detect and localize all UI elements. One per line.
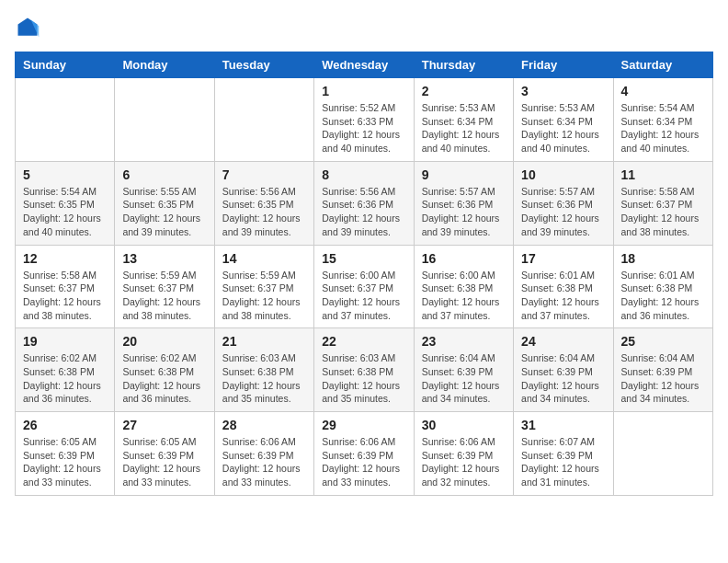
calendar-cell: 2Sunrise: 5:53 AM Sunset: 6:34 PM Daylig… — [414, 78, 513, 162]
calendar-cell: 5Sunrise: 5:54 AM Sunset: 6:35 PM Daylig… — [16, 161, 115, 245]
calendar-cell: 15Sunrise: 6:00 AM Sunset: 6:37 PM Dayli… — [314, 245, 414, 328]
day-number: 26 — [23, 418, 107, 432]
weekday-header-friday: Friday — [514, 52, 613, 78]
day-number: 12 — [23, 251, 107, 266]
day-number: 14 — [222, 251, 306, 266]
weekday-header-sunday: Sunday — [16, 52, 115, 78]
day-number: 29 — [322, 418, 405, 432]
day-number: 3 — [521, 84, 605, 98]
day-number: 20 — [122, 334, 206, 349]
day-info: Sunrise: 5:57 AM Sunset: 6:36 PM Dayligh… — [521, 185, 605, 239]
day-info: Sunrise: 5:53 AM Sunset: 6:34 PM Dayligh… — [521, 101, 605, 155]
day-info: Sunrise: 6:06 AM Sunset: 6:39 PM Dayligh… — [422, 435, 506, 489]
day-number: 2 — [422, 84, 506, 98]
calendar-cell: 6Sunrise: 5:55 AM Sunset: 6:35 PM Daylig… — [115, 161, 214, 245]
weekday-header-tuesday: Tuesday — [214, 52, 313, 78]
day-number: 15 — [322, 251, 405, 266]
day-number: 27 — [122, 418, 206, 432]
day-number: 7 — [222, 167, 306, 182]
calendar-cell: 8Sunrise: 5:56 AM Sunset: 6:36 PM Daylig… — [314, 161, 414, 245]
day-number: 30 — [422, 418, 506, 432]
calendar-cell: 17Sunrise: 6:01 AM Sunset: 6:38 PM Dayli… — [514, 245, 613, 328]
calendar-cell: 24Sunrise: 6:04 AM Sunset: 6:39 PM Dayli… — [514, 328, 613, 412]
day-number: 23 — [422, 334, 506, 349]
weekday-header-wednesday: Wednesday — [314, 52, 414, 78]
day-info: Sunrise: 6:01 AM Sunset: 6:38 PM Dayligh… — [621, 269, 705, 323]
calendar-cell: 1Sunrise: 5:52 AM Sunset: 6:33 PM Daylig… — [314, 78, 414, 162]
day-number: 13 — [122, 251, 206, 266]
day-number: 18 — [621, 251, 705, 266]
day-info: Sunrise: 5:55 AM Sunset: 6:35 PM Dayligh… — [122, 185, 206, 239]
day-info: Sunrise: 5:56 AM Sunset: 6:35 PM Dayligh… — [222, 185, 306, 239]
day-info: Sunrise: 5:53 AM Sunset: 6:34 PM Dayligh… — [422, 101, 506, 155]
weekday-header-thursday: Thursday — [414, 52, 513, 78]
day-info: Sunrise: 6:06 AM Sunset: 6:39 PM Dayligh… — [222, 435, 306, 489]
calendar-cell — [613, 412, 712, 496]
day-info: Sunrise: 6:04 AM Sunset: 6:39 PM Dayligh… — [422, 351, 506, 406]
day-number: 9 — [422, 167, 506, 182]
day-number: 10 — [521, 167, 605, 182]
day-info: Sunrise: 5:58 AM Sunset: 6:37 PM Dayligh… — [23, 269, 107, 323]
day-info: Sunrise: 5:54 AM Sunset: 6:35 PM Dayligh… — [23, 185, 107, 239]
calendar-cell: 14Sunrise: 5:59 AM Sunset: 6:37 PM Dayli… — [214, 245, 313, 328]
calendar-cell: 9Sunrise: 5:57 AM Sunset: 6:36 PM Daylig… — [414, 161, 513, 245]
calendar-week-row: 5Sunrise: 5:54 AM Sunset: 6:35 PM Daylig… — [16, 161, 713, 245]
day-info: Sunrise: 6:03 AM Sunset: 6:38 PM Dayligh… — [222, 351, 306, 406]
day-number: 8 — [322, 167, 405, 182]
day-info: Sunrise: 6:05 AM Sunset: 6:39 PM Dayligh… — [23, 435, 107, 489]
calendar-cell: 23Sunrise: 6:04 AM Sunset: 6:39 PM Dayli… — [414, 328, 513, 412]
day-info: Sunrise: 6:04 AM Sunset: 6:39 PM Dayligh… — [621, 351, 705, 406]
day-info: Sunrise: 6:07 AM Sunset: 6:39 PM Dayligh… — [521, 435, 605, 489]
weekday-header-saturday: Saturday — [613, 52, 712, 78]
day-number: 22 — [322, 334, 405, 349]
day-info: Sunrise: 6:01 AM Sunset: 6:38 PM Dayligh… — [521, 269, 605, 323]
calendar-cell: 27Sunrise: 6:05 AM Sunset: 6:39 PM Dayli… — [115, 412, 214, 496]
logo — [15, 15, 44, 40]
day-info: Sunrise: 6:05 AM Sunset: 6:39 PM Dayligh… — [122, 435, 206, 489]
day-number: 6 — [122, 167, 206, 182]
calendar-week-row: 26Sunrise: 6:05 AM Sunset: 6:39 PM Dayli… — [16, 412, 713, 496]
day-number: 24 — [521, 334, 605, 349]
calendar-cell — [115, 78, 214, 162]
calendar-cell: 19Sunrise: 6:02 AM Sunset: 6:38 PM Dayli… — [16, 328, 115, 412]
calendar-cell: 18Sunrise: 6:01 AM Sunset: 6:38 PM Dayli… — [613, 245, 712, 328]
calendar-cell: 26Sunrise: 6:05 AM Sunset: 6:39 PM Dayli… — [16, 412, 115, 496]
day-number: 11 — [621, 167, 705, 182]
calendar-cell: 4Sunrise: 5:54 AM Sunset: 6:34 PM Daylig… — [613, 78, 712, 162]
calendar-cell: 20Sunrise: 6:02 AM Sunset: 6:38 PM Dayli… — [115, 328, 214, 412]
calendar-week-row: 12Sunrise: 5:58 AM Sunset: 6:37 PM Dayli… — [16, 245, 713, 328]
weekday-header-monday: Monday — [115, 52, 214, 78]
calendar-week-row: 1Sunrise: 5:52 AM Sunset: 6:33 PM Daylig… — [16, 78, 713, 162]
calendar-cell: 16Sunrise: 6:00 AM Sunset: 6:38 PM Dayli… — [414, 245, 513, 328]
day-info: Sunrise: 5:54 AM Sunset: 6:34 PM Dayligh… — [621, 101, 705, 155]
day-info: Sunrise: 5:59 AM Sunset: 6:37 PM Dayligh… — [122, 269, 206, 323]
calendar-cell: 13Sunrise: 5:59 AM Sunset: 6:37 PM Dayli… — [115, 245, 214, 328]
calendar-cell: 12Sunrise: 5:58 AM Sunset: 6:37 PM Dayli… — [16, 245, 115, 328]
day-info: Sunrise: 5:56 AM Sunset: 6:36 PM Dayligh… — [322, 185, 405, 239]
calendar-cell: 10Sunrise: 5:57 AM Sunset: 6:36 PM Dayli… — [514, 161, 613, 245]
calendar-cell: 25Sunrise: 6:04 AM Sunset: 6:39 PM Dayli… — [613, 328, 712, 412]
calendar-cell: 29Sunrise: 6:06 AM Sunset: 6:39 PM Dayli… — [314, 412, 414, 496]
logo-icon — [15, 15, 40, 40]
calendar-week-row: 19Sunrise: 6:02 AM Sunset: 6:38 PM Dayli… — [16, 328, 713, 412]
calendar-cell — [16, 78, 115, 162]
day-number: 25 — [621, 334, 705, 349]
calendar-cell: 22Sunrise: 6:03 AM Sunset: 6:38 PM Dayli… — [314, 328, 414, 412]
calendar-header-row: SundayMondayTuesdayWednesdayThursdayFrid… — [16, 52, 713, 78]
calendar-cell: 30Sunrise: 6:06 AM Sunset: 6:39 PM Dayli… — [414, 412, 513, 496]
day-info: Sunrise: 6:00 AM Sunset: 6:37 PM Dayligh… — [322, 269, 405, 323]
day-number: 31 — [521, 418, 605, 432]
calendar-table: SundayMondayTuesdayWednesdayThursdayFrid… — [15, 52, 713, 496]
page-header — [15, 15, 713, 40]
day-number: 4 — [621, 84, 705, 98]
calendar-cell: 11Sunrise: 5:58 AM Sunset: 6:37 PM Dayli… — [613, 161, 712, 245]
day-number: 21 — [222, 334, 306, 349]
calendar-cell: 21Sunrise: 6:03 AM Sunset: 6:38 PM Dayli… — [214, 328, 313, 412]
day-info: Sunrise: 6:02 AM Sunset: 6:38 PM Dayligh… — [23, 351, 107, 406]
calendar-cell: 3Sunrise: 5:53 AM Sunset: 6:34 PM Daylig… — [514, 78, 613, 162]
day-info: Sunrise: 5:52 AM Sunset: 6:33 PM Dayligh… — [322, 101, 405, 155]
day-info: Sunrise: 5:57 AM Sunset: 6:36 PM Dayligh… — [422, 185, 506, 239]
day-info: Sunrise: 5:58 AM Sunset: 6:37 PM Dayligh… — [621, 185, 705, 239]
calendar-cell: 28Sunrise: 6:06 AM Sunset: 6:39 PM Dayli… — [214, 412, 313, 496]
calendar-cell — [214, 78, 313, 162]
